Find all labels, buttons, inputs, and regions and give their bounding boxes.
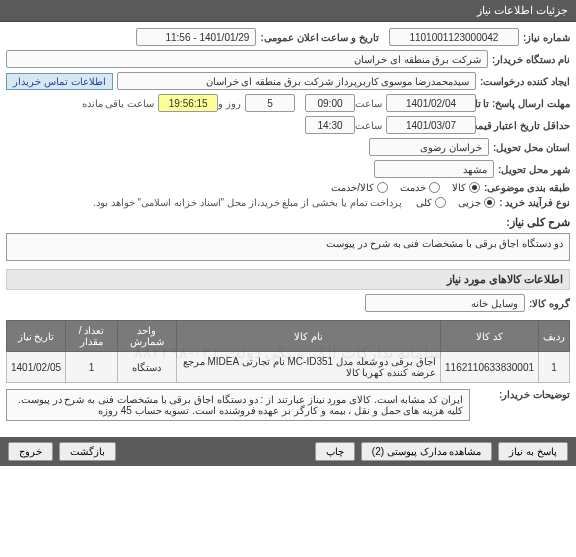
radio-icon xyxy=(469,182,480,193)
class-goods-label: کالا xyxy=(452,182,466,193)
col-code: کد کالا xyxy=(441,321,539,352)
buy-partial-label: جزیی xyxy=(458,197,481,208)
cell-date: 1401/02/05 xyxy=(7,352,66,383)
main-content: شماره نیاز: 1101001123000042 تاریخ و ساع… xyxy=(0,22,576,427)
deadline-label: مهلت ارسال پاسخ: تا تاریخ: xyxy=(480,98,570,109)
contact-button[interactable]: اطلاعات تماس خریدار xyxy=(6,73,113,90)
class-goods-option[interactable]: کالا xyxy=(452,182,480,193)
requester-value: سیدمحمدرضا موسوی کاربرپرداز شرکت برق منط… xyxy=(117,72,477,90)
cell-idx: 1 xyxy=(539,352,570,383)
days-remaining: 5 xyxy=(245,94,295,112)
table-row: 1 1162110633830001 اجاق برقی دو شعله مدل… xyxy=(7,352,570,383)
buy-full-label: کلی xyxy=(416,197,432,208)
class-service-option[interactable]: خدمت xyxy=(400,182,440,193)
buyer-notes-text: ایران کد مشابه است. کالای مورد نیناز عبا… xyxy=(6,389,470,421)
col-name: نام کالا xyxy=(176,321,440,352)
group-value: وسایل خانه xyxy=(365,294,525,312)
exit-button[interactable]: خروج xyxy=(8,442,53,461)
radio-icon xyxy=(435,197,446,208)
need-no-label: شماره نیاز: xyxy=(523,32,570,43)
validity-label: حداقل تاریخ اعتبار قیمت: تا تاریخ: xyxy=(480,120,570,131)
org-label: نام دستگاه خریدار: xyxy=(492,54,570,65)
page-header: جزئیات اطلاعات نیاز xyxy=(0,0,576,22)
cell-unit: دستگاه xyxy=(118,352,176,383)
deadline-date: 1401/02/04 xyxy=(386,94,476,112)
buy-partial-option[interactable]: جزیی xyxy=(458,197,495,208)
items-table-wrap: سامانه تدارکات الکترونیکی دولت ۰۲۱-۸۸۲۴۹… xyxy=(6,320,570,383)
class-radio-group: کالا خدمت کالا/خدمت xyxy=(331,182,480,193)
radio-icon xyxy=(377,182,388,193)
days-word: روز و xyxy=(218,98,241,109)
province-label: استان محل تحویل: xyxy=(493,142,570,153)
time-label-1: ساعت xyxy=(355,98,382,109)
items-header: اطلاعات کالاهای مورد نیاز xyxy=(6,269,570,290)
org-value: شرکت برق منطقه ای خراسان xyxy=(6,50,488,68)
buy-type-label: نوع فرآیند خرید : xyxy=(499,197,570,208)
time-label-2: ساعت xyxy=(355,120,382,131)
col-qty: تعداد / مقدار xyxy=(66,321,118,352)
class-both-option[interactable]: کالا/خدمت xyxy=(331,182,388,193)
pub-date-label: تاریخ و ساعت اعلان عمومی: xyxy=(260,32,378,43)
desc-title: شرح کلی نیاز: xyxy=(6,216,570,229)
pub-date-value: 1401/01/29 - 11:56 xyxy=(136,28,256,46)
class-label: طبقه بندی موضوعی: xyxy=(484,182,570,193)
radio-icon xyxy=(429,182,440,193)
remaining-word: ساعت باقی مانده xyxy=(82,98,155,109)
col-unit: واحد شمارش xyxy=(118,321,176,352)
cell-qty: 1 xyxy=(66,352,118,383)
back-button[interactable]: بازگشت xyxy=(59,442,116,461)
print-button[interactable]: چاپ xyxy=(315,442,355,461)
radio-icon xyxy=(484,197,495,208)
class-both-label: کالا/خدمت xyxy=(331,182,374,193)
requester-label: ایجاد کننده درخواست: xyxy=(480,76,570,87)
need-no-value: 1101001123000042 xyxy=(389,28,519,46)
cell-name: اجاق برقی دو شعله مدل MC-ID351 نام تجارت… xyxy=(176,352,440,383)
buy-type-radio-group: جزیی کلی xyxy=(416,197,495,208)
validity-time: 14:30 xyxy=(305,116,355,134)
page-title: جزئیات اطلاعات نیاز xyxy=(477,4,568,16)
time-remaining: 19:56:15 xyxy=(158,94,218,112)
reply-button[interactable]: پاسخ به نیاز xyxy=(498,442,568,461)
city-value: مشهد xyxy=(374,160,494,178)
col-date: تاریخ نیاز xyxy=(7,321,66,352)
desc-text: دو دستگاه اجاق برقی با مشخصات فنی به شرح… xyxy=(6,233,570,261)
city-label: شهر محل تحویل: xyxy=(498,164,570,175)
buy-full-option[interactable]: کلی xyxy=(416,197,446,208)
attachments-button[interactable]: مشاهده مدارک پیوستی (2) xyxy=(361,442,493,461)
cell-code: 1162110633830001 xyxy=(441,352,539,383)
buy-note: پرداخت تمام یا بخشی از مبلغ خرید،از محل … xyxy=(93,197,402,208)
validity-date: 1401/03/07 xyxy=(386,116,476,134)
deadline-time: 09:00 xyxy=(305,94,355,112)
province-value: خراسان رضوی xyxy=(369,138,489,156)
group-label: گروه کالا: xyxy=(529,298,570,309)
class-service-label: خدمت xyxy=(400,182,426,193)
buyer-notes-label: توضیحات خریدار: xyxy=(480,389,570,421)
items-table: ردیف کد کالا نام کالا واحد شمارش تعداد /… xyxy=(6,320,570,383)
footer-bar: پاسخ به نیاز مشاهده مدارک پیوستی (2) چاپ… xyxy=(0,437,576,466)
col-idx: ردیف xyxy=(539,321,570,352)
